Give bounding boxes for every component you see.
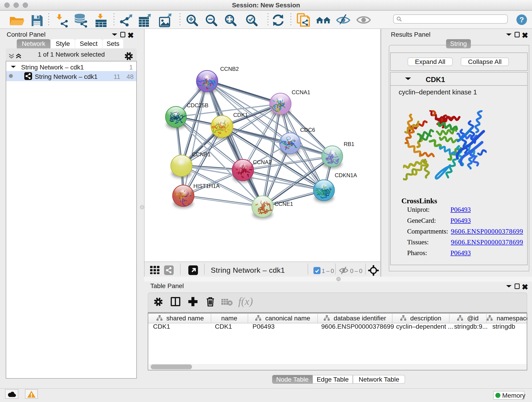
svg-text:CCNA2: CCNA2 [253,159,272,165]
svg-text:CDK1: CDK1 [233,112,248,118]
svg-text:HIST1H1A: HIST1H1A [193,183,220,189]
svg-text:CDC25B: CDC25B [187,102,209,108]
svg-text:CCNB2: CCNB2 [220,66,239,72]
svg-text:CCNE1: CCNE1 [274,201,293,207]
svg-text:CDKN1A: CDKN1A [335,172,357,178]
svg-text:CDC6: CDC6 [300,127,315,133]
svg-text:CCNA1: CCNA1 [292,89,310,95]
svg-text:CCNB1: CCNB1 [192,151,210,157]
svg-text:RB1: RB1 [344,141,355,147]
